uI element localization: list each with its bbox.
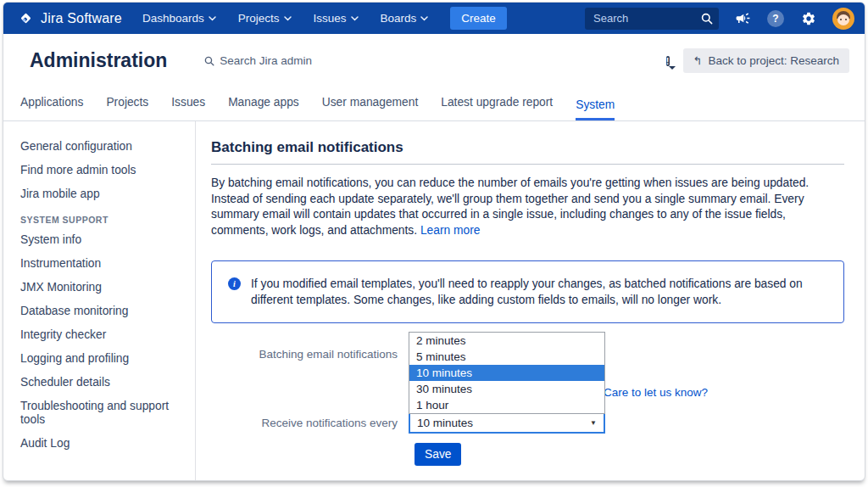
care-to-let-us-know-link[interactable]: Care to let us know? (604, 386, 708, 399)
announcements-button[interactable] (733, 9, 752, 28)
nav-issues-label: Issues (314, 12, 347, 25)
body-row: General configuration Find more admin to… (3, 121, 865, 481)
learn-more-link[interactable]: Learn more (420, 224, 481, 237)
navbar-left: Jira Software Dashboards Projects Issues… (17, 7, 585, 30)
interval-select[interactable]: 10 minutes ▼ (409, 411, 605, 434)
jira-logo-icon (17, 9, 35, 27)
option-30-minutes[interactable]: 30 minutes (409, 381, 604, 397)
batching-email-notifications-label: Batching email notifications (211, 348, 398, 361)
admin-search[interactable]: Search Jira admin (204, 54, 666, 67)
save-button[interactable]: Save (415, 443, 461, 466)
sidebar-item-scheduler-details[interactable]: Scheduler details (20, 376, 183, 389)
global-search[interactable] (585, 8, 719, 30)
page-title: Administration (30, 49, 167, 72)
avatar-eye (845, 19, 847, 20)
tab-issues[interactable]: Issues (171, 96, 205, 120)
batching-form: Batching email notifications Care to let… (211, 332, 844, 476)
option-5-minutes[interactable]: 5 minutes (409, 349, 604, 365)
sidebar-item-system-info[interactable]: System info (20, 233, 183, 247)
chevron-down-icon (284, 16, 292, 21)
tab-projects[interactable]: Projects (106, 96, 148, 120)
jira-logo-text: Jira Software (41, 11, 122, 26)
nav-dashboards[interactable]: Dashboards (142, 12, 216, 25)
interval-options-listbox: 2 minutes 5 minutes 10 minutes 30 minute… (409, 332, 605, 414)
receive-notifications-every-label: Receive notifications every (211, 417, 398, 430)
nav-dashboards-label: Dashboards (142, 12, 204, 25)
system-sidebar: General configuration Find more admin to… (3, 121, 196, 481)
feedback-button[interactable]: ! (666, 53, 670, 69)
sidebar-item-find-more-admin-tools[interactable]: Find more admin tools (20, 164, 183, 177)
nav-boards[interactable]: Boards (381, 12, 429, 25)
sidebar-item-database-monitoring[interactable]: Database monitoring (20, 305, 183, 318)
back-arrow-icon: ↰ (693, 54, 703, 67)
sidebar-item-instrumentation[interactable]: Instrumentation (20, 257, 183, 271)
jira-logo[interactable]: Jira Software (17, 9, 122, 27)
feedback-icon: ! (666, 56, 670, 66)
gear-icon (801, 11, 816, 26)
help-button[interactable]: ? (766, 9, 785, 28)
sidebar-item-logging-and-profiling[interactable]: Logging and profiling (20, 352, 183, 366)
tab-user-management[interactable]: User management (322, 96, 419, 120)
nav-projects-label: Projects (238, 12, 280, 25)
admin-tabs: Applications Projects Issues Manage apps… (3, 87, 865, 121)
sidebar-item-integrity-checker[interactable]: Integrity checker (20, 328, 183, 342)
nav-issues[interactable]: Issues (314, 12, 359, 25)
intro-text: By batching email notifications, you can… (211, 176, 809, 237)
sidebar-item-audit-log[interactable]: Audit Log (20, 437, 183, 451)
intro-paragraph: By batching email notifications, you can… (211, 176, 844, 238)
search-icon (204, 56, 214, 66)
sidebar-item-general-configuration[interactable]: General configuration (20, 140, 183, 154)
section-heading: Batching email notifications (211, 139, 844, 165)
navbar-right: ? (585, 8, 854, 30)
top-navbar: Jira Software Dashboards Projects Issues… (3, 3, 865, 34)
tab-manage-apps[interactable]: Manage apps (228, 96, 299, 120)
tab-applications[interactable]: Applications (20, 96, 83, 120)
global-search-input[interactable] (585, 12, 719, 25)
info-message-text: If you modified email templates, you'll … (251, 277, 803, 306)
option-2-minutes[interactable]: 2 minutes (409, 333, 604, 349)
sidebar-item-troubleshooting[interactable]: Troubleshooting and support tools (20, 400, 183, 427)
admin-search-label: Search Jira admin (220, 54, 312, 67)
chevron-down-icon (351, 16, 359, 21)
option-10-minutes[interactable]: 10 minutes (409, 365, 604, 381)
sidebar-item-jira-mobile-app[interactable]: Jira mobile app (20, 188, 183, 201)
create-button[interactable]: Create (450, 7, 507, 30)
back-to-project-button[interactable]: ↰ Back to project: Research (683, 48, 849, 73)
settings-button[interactable] (799, 9, 818, 28)
user-avatar[interactable] (832, 8, 854, 30)
nav-projects[interactable]: Projects (238, 12, 292, 25)
chevron-down-icon (420, 16, 428, 21)
megaphone-icon (735, 10, 751, 26)
info-icon: i (228, 277, 241, 290)
caret-down-icon: ▼ (590, 419, 597, 427)
chevron-down-icon (209, 16, 216, 21)
nav-boards-label: Boards (381, 12, 417, 25)
admin-header: Administration Search Jira admin ! ↰ Bac… (3, 34, 865, 87)
tab-system[interactable]: System (576, 98, 615, 120)
sidebar-item-jmx-monitoring[interactable]: JMX Monitoring (20, 281, 183, 294)
sidebar-section-system-support: System support (20, 215, 183, 225)
interval-select-value: 10 minutes (417, 417, 473, 429)
navbar-menu: Dashboards Projects Issues Boards (142, 12, 428, 25)
back-to-project-label: Back to project: Research (708, 54, 839, 67)
search-icon (701, 13, 713, 25)
tab-latest-upgrade-report[interactable]: Latest upgrade report (441, 96, 553, 120)
app-window: Jira Software Dashboards Projects Issues… (3, 2, 865, 481)
avatar-eye (840, 19, 842, 20)
option-1-hour[interactable]: 1 hour (409, 397, 604, 413)
main-content: Batching email notifications By batching… (196, 121, 865, 481)
info-message-box: i If you modified email templates, you'l… (211, 260, 844, 323)
help-icon: ? (767, 10, 784, 27)
